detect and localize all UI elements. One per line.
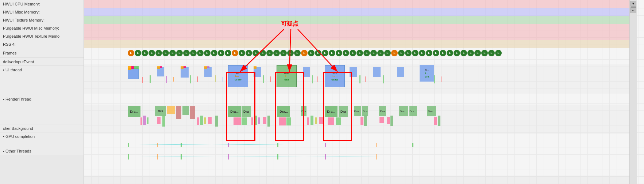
ui-cluster-b2 bbox=[181, 66, 184, 69]
ui-highlight-3: C... tra... draw bbox=[325, 65, 345, 87]
gpu-bar-1 bbox=[128, 154, 129, 159]
f-circle-orange-2: F bbox=[301, 50, 308, 56]
thin-bar-16 bbox=[434, 75, 435, 83]
ui-cluster-h bbox=[397, 67, 404, 77]
dra-seg-r5: Dra... bbox=[399, 106, 408, 116]
scroll-down-icon: ▼ bbox=[632, 2, 635, 5]
fc31: F bbox=[356, 50, 363, 56]
bg-bar-5 bbox=[277, 143, 278, 147]
scrollbar-resize-btn[interactable]: ↔ bbox=[630, 7, 636, 13]
fc26: F bbox=[322, 50, 328, 56]
dra-highlight-1: Dra... bbox=[228, 106, 241, 117]
scrollbar[interactable]: ▼ ↔ bbox=[629, 0, 637, 184]
rt-bar-22 bbox=[387, 117, 390, 124]
dra-highlight-2: Dra... bbox=[277, 106, 290, 117]
thin-bar-3 bbox=[166, 76, 167, 83]
timeline-content: F F F F F F F F F F F F F F F F F F F F … bbox=[84, 0, 637, 184]
rss4-label: RSS 4: bbox=[3, 42, 16, 46]
dra-h2-pink bbox=[279, 117, 286, 125]
sidebar-hwui-cpu: HWUI CPU Memory: bbox=[0, 0, 84, 8]
bg-bar-6 bbox=[325, 143, 326, 147]
timeline-area: F F F F F F F F F F F F F F F F F F F F … bbox=[84, 0, 644, 184]
bg-line-1 bbox=[139, 144, 321, 145]
fc33: F bbox=[370, 50, 377, 56]
fc36: F bbox=[398, 50, 405, 56]
scrollbar-down-btn[interactable]: ▼ bbox=[630, 1, 636, 7]
dra-seg-3 bbox=[176, 106, 181, 119]
ui-cluster-last: C... t... dra bbox=[420, 65, 434, 82]
dra-seg-r7: Dra... bbox=[427, 106, 436, 116]
thin-bar-11 bbox=[312, 75, 313, 83]
rt-bar-9 bbox=[208, 117, 212, 124]
sidebar-deliver-input: deliverInputEvent bbox=[0, 58, 84, 66]
bg-bar-7 bbox=[376, 143, 377, 147]
fc11: F bbox=[204, 50, 211, 56]
rt-bar-25 bbox=[438, 116, 440, 126]
dra-highlight-1b: Dra bbox=[242, 106, 251, 117]
ui-cluster-e bbox=[303, 67, 310, 77]
gpu-line-1 bbox=[139, 157, 394, 157]
f-circle-orange-3: F bbox=[391, 50, 398, 56]
rt-bar-6 bbox=[197, 117, 199, 125]
rt-bar-2 bbox=[143, 116, 146, 125]
fc39: F bbox=[419, 50, 425, 56]
ui-cluster-d2 bbox=[254, 66, 257, 69]
render-thread-label: • RenderThread bbox=[3, 97, 31, 101]
ui-cluster-g bbox=[373, 67, 381, 77]
hwui-misc-band bbox=[84, 8, 629, 16]
annotation-suspicious: 可疑点 bbox=[281, 20, 298, 28]
sidebar-ui-thread: • UI thread bbox=[0, 66, 84, 95]
rt-bar-12 bbox=[254, 116, 257, 125]
rt-bar-3 bbox=[147, 117, 149, 124]
fc9: F bbox=[190, 50, 197, 56]
dra-seg-r2: Dra... bbox=[354, 106, 361, 116]
fc15: F bbox=[239, 50, 245, 56]
fc21: F bbox=[280, 50, 287, 56]
dra-seg-r1: Dra bbox=[301, 106, 306, 116]
fc20: F bbox=[273, 50, 280, 56]
dra-highlight-3: Dra... bbox=[325, 106, 338, 117]
fc37: F bbox=[405, 50, 412, 56]
rt-bar-10 bbox=[215, 116, 218, 127]
rt-bar-7 bbox=[200, 116, 203, 125]
ui-cluster-a3 bbox=[160, 66, 162, 68]
fc50: F bbox=[495, 50, 502, 56]
deliver-input-band bbox=[84, 58, 629, 64]
thin-bar-4 bbox=[173, 77, 174, 82]
purgeable-texture-band bbox=[84, 32, 629, 40]
fc8: F bbox=[183, 50, 190, 56]
sidebar-background: cher.Background bbox=[0, 124, 84, 132]
fc38: F bbox=[412, 50, 419, 56]
fc10: F bbox=[197, 50, 204, 56]
dra-h1-pink bbox=[234, 117, 241, 125]
thin-bar-10 bbox=[270, 76, 271, 82]
sidebar-gpu-completion: • GPU completion bbox=[0, 132, 84, 147]
dra-h3-green bbox=[336, 117, 341, 125]
rss4-band bbox=[84, 40, 629, 48]
purgeable-misc-label: Purgeable HWUI Misc Memory: bbox=[3, 26, 59, 30]
dra-h2-green bbox=[286, 117, 291, 125]
dra-h3-pink bbox=[328, 117, 334, 125]
fc4: F bbox=[155, 50, 162, 56]
fc43: F bbox=[447, 50, 453, 56]
rt-bar-8 bbox=[204, 117, 206, 124]
fc1: F bbox=[135, 50, 141, 56]
fc32: F bbox=[363, 50, 370, 56]
dra-highlight-3b: Dra bbox=[339, 106, 348, 117]
fc16: F bbox=[246, 50, 252, 56]
dra-h1-green bbox=[242, 117, 247, 125]
other-threads-bg bbox=[84, 176, 629, 184]
dra-seg-r3: Dra bbox=[362, 106, 368, 116]
rt-bar-23 bbox=[390, 116, 393, 126]
thin-bar-13 bbox=[359, 75, 360, 83]
ui-cluster-c2 bbox=[204, 66, 207, 69]
rt-bar-20 bbox=[360, 117, 363, 125]
fc40: F bbox=[426, 50, 432, 56]
thin-bar-17 bbox=[441, 76, 442, 82]
ui-thread-band: C... tra... draw Cho t... dra C... tra..… bbox=[84, 64, 629, 94]
purgeable-texture-label: Purgeable HWUI Texture Memo bbox=[3, 34, 59, 38]
bg-bar-1 bbox=[128, 143, 129, 147]
fc14: F bbox=[225, 50, 231, 56]
dra-seg-5 bbox=[190, 106, 195, 119]
rt-bar-1 bbox=[140, 117, 142, 125]
